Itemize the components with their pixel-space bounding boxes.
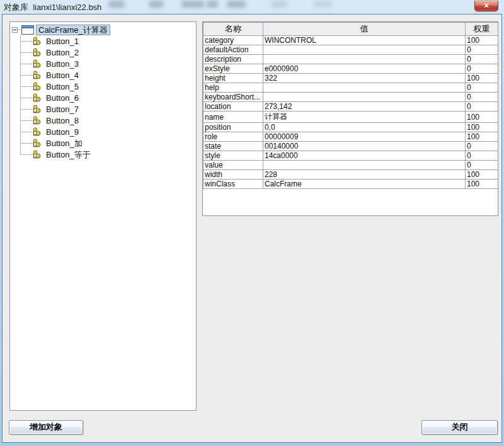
- prop-name-cell[interactable]: state: [203, 142, 263, 151]
- tree-connector-stub: [20, 143, 33, 144]
- tree-connector-stub: [20, 154, 33, 155]
- column-header-weight[interactable]: 权重: [466, 23, 498, 36]
- prop-value-cell[interactable]: [263, 83, 466, 93]
- tree-connector-stub: [20, 52, 33, 53]
- tree-item-button-7[interactable]: Button_7: [10, 103, 196, 115]
- window-title: 对象库 lianxi1\lianxi22.bsh: [4, 2, 101, 13]
- tree-item-label: Button_3: [45, 59, 80, 69]
- prop-value-cell[interactable]: 00140000: [263, 142, 466, 151]
- prop-value-cell[interactable]: [263, 55, 466, 64]
- prop-weight-cell[interactable]: 100: [466, 36, 498, 45]
- prop-name-cell[interactable]: role: [203, 132, 263, 142]
- table-row: height322100: [203, 74, 498, 83]
- prop-weight-cell[interactable]: 100: [466, 180, 498, 189]
- prop-value-cell[interactable]: e0000900: [263, 64, 466, 74]
- tree-item-label: Button_7: [45, 105, 80, 114]
- object-tree-panel[interactable]: CalcFrame_计算器 Button_1 Button_2 Button_3: [9, 21, 197, 411]
- prop-value-cell[interactable]: 14ca0000: [263, 151, 466, 161]
- prop-name-cell[interactable]: defaultAction: [203, 45, 263, 55]
- tree-item-button-6[interactable]: Button_6: [10, 92, 196, 103]
- titlebar[interactable]: 对象库 lianxi1\lianxi22.bsh ✕: [0, 0, 504, 14]
- prop-value-cell[interactable]: [263, 93, 466, 102]
- titlebar-artifact: [149, 1, 164, 8]
- object-icon: [33, 59, 41, 68]
- prop-weight-cell[interactable]: 0: [466, 55, 498, 64]
- tree-item-label: Button_加: [45, 139, 84, 148]
- prop-name-cell[interactable]: height: [203, 74, 263, 83]
- tree-item-button-9[interactable]: Button_9: [10, 126, 196, 137]
- tree-connector-stub: [20, 132, 33, 132]
- prop-weight-cell[interactable]: 100: [466, 112, 498, 123]
- tree-item-button-plus[interactable]: Button_加: [10, 137, 196, 149]
- prop-name-cell[interactable]: position: [203, 123, 263, 132]
- close-icon: ✕: [483, 2, 489, 9]
- tree-root-node[interactable]: CalcFrame_计算器: [10, 24, 196, 35]
- prop-value-cell[interactable]: 273,142: [263, 102, 466, 112]
- property-table-panel[interactable]: 名称 值 权重 categoryWINCONTROL100 defaultAct…: [202, 21, 498, 216]
- table-row: state001400000: [203, 142, 498, 151]
- prop-value-cell[interactable]: [263, 161, 466, 170]
- prop-name-cell[interactable]: help: [203, 83, 263, 93]
- tree-item-label: Button_5: [45, 82, 80, 91]
- tree-item-label: Button_等于: [45, 150, 92, 159]
- table-row: winClassCalcFrame100: [203, 180, 498, 189]
- tree-item-button-8[interactable]: Button_8: [10, 115, 196, 126]
- prop-weight-cell[interactable]: 0: [466, 142, 498, 151]
- dialog-content: CalcFrame_计算器 Button_1 Button_2 Button_3: [2, 14, 502, 443]
- tree-item-button-equals[interactable]: Button_等于: [10, 149, 196, 160]
- table-row: defaultAction0: [203, 45, 498, 55]
- table-row: description0: [203, 55, 498, 64]
- prop-name-cell[interactable]: width: [203, 170, 263, 180]
- prop-name-cell[interactable]: location: [203, 102, 263, 112]
- tree-item-button-1[interactable]: Button_1: [10, 35, 196, 47]
- column-header-value[interactable]: 值: [263, 23, 466, 36]
- tree-connector-stub: [20, 109, 33, 110]
- prop-weight-cell[interactable]: 0: [466, 45, 498, 55]
- prop-name-cell[interactable]: winClass: [203, 180, 263, 189]
- tree-item-label: Button_8: [45, 116, 80, 125]
- prop-weight-cell[interactable]: 100: [466, 74, 498, 83]
- tree-item-label: Button_2: [45, 48, 80, 57]
- prop-weight-cell[interactable]: 100: [466, 123, 498, 132]
- prop-weight-cell[interactable]: 0: [466, 93, 498, 102]
- prop-value-cell[interactable]: 计算器: [263, 112, 466, 123]
- prop-value-cell[interactable]: 00000009: [263, 132, 466, 142]
- tree-connector-stub: [20, 120, 33, 121]
- prop-name-cell[interactable]: name: [203, 112, 263, 123]
- prop-name-cell[interactable]: value: [203, 161, 263, 170]
- tree-item-label: Button_4: [45, 71, 80, 80]
- prop-weight-cell[interactable]: 0: [466, 64, 498, 74]
- prop-weight-cell[interactable]: 100: [466, 170, 498, 180]
- prop-weight-cell[interactable]: 0: [466, 151, 498, 161]
- add-object-button[interactable]: 增加对象: [9, 420, 83, 435]
- prop-name-cell[interactable]: keyboardShort...: [203, 93, 263, 102]
- titlebar-artifact: [181, 1, 204, 8]
- prop-weight-cell[interactable]: 100: [466, 132, 498, 142]
- tree-item-button-5[interactable]: Button_5: [10, 81, 196, 92]
- tree-root-label[interactable]: CalcFrame_计算器: [36, 25, 110, 35]
- prop-weight-cell[interactable]: 0: [466, 83, 498, 93]
- prop-name-cell[interactable]: category: [203, 36, 263, 45]
- collapse-expander-icon[interactable]: [12, 27, 18, 33]
- prop-weight-cell[interactable]: 0: [466, 161, 498, 170]
- tree-item-button-3[interactable]: Button_3: [10, 58, 196, 69]
- object-icon: [33, 37, 41, 45]
- prop-name-cell[interactable]: exStyle: [203, 64, 263, 74]
- prop-value-cell[interactable]: [263, 45, 466, 55]
- close-dialog-button[interactable]: 关闭: [421, 420, 498, 435]
- tree-item-button-4[interactable]: Button_4: [10, 69, 196, 81]
- table-row: name计算器100: [203, 112, 498, 123]
- prop-value-cell[interactable]: WINCONTROL: [263, 36, 466, 45]
- close-button[interactable]: ✕: [474, 1, 498, 11]
- prop-value-cell[interactable]: 322: [263, 74, 466, 83]
- prop-weight-cell[interactable]: 0: [466, 102, 498, 112]
- prop-name-cell[interactable]: style: [203, 151, 263, 161]
- tree-connector-stub: [20, 64, 33, 64]
- tree-item-button-2[interactable]: Button_2: [10, 47, 196, 58]
- object-icon: [33, 71, 41, 79]
- prop-name-cell[interactable]: description: [203, 55, 263, 64]
- prop-value-cell[interactable]: 228: [263, 170, 466, 180]
- column-header-name[interactable]: 名称: [203, 23, 263, 36]
- prop-value-cell[interactable]: CalcFrame: [263, 180, 466, 189]
- prop-value-cell[interactable]: 0,0: [263, 123, 466, 132]
